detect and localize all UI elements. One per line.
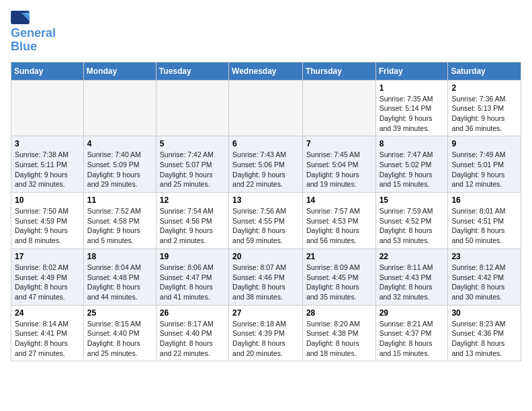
logo-text: General Blue	[11, 27, 56, 54]
calendar-cell: 27Sunrise: 8:18 AMSunset: 4:39 PMDayligh…	[229, 305, 303, 361]
day-number: 9	[451, 139, 517, 148]
day-number: 17	[15, 252, 80, 261]
calendar-cell: 22Sunrise: 8:11 AMSunset: 4:43 PMDayligh…	[375, 248, 448, 305]
calendar-cell: 11Sunrise: 7:52 AMSunset: 4:58 PMDayligh…	[83, 193, 156, 249]
day-number: 4	[87, 139, 152, 148]
day-info: Sunrise: 7:45 AMSunset: 5:04 PMDaylight:…	[306, 150, 372, 189]
day-info: Sunrise: 8:12 AMSunset: 4:42 PMDaylight:…	[451, 263, 517, 302]
calendar-cell: 17Sunrise: 8:02 AMSunset: 4:49 PMDayligh…	[11, 248, 84, 305]
day-number: 27	[232, 308, 299, 318]
day-info: Sunrise: 8:18 AMSunset: 4:39 PMDaylight:…	[232, 319, 299, 359]
calendar-cell: 14Sunrise: 7:57 AMSunset: 4:53 PMDayligh…	[302, 193, 375, 249]
day-info: Sunrise: 8:23 AMSunset: 4:36 PMDaylight:…	[451, 319, 517, 359]
day-number: 20	[232, 252, 299, 261]
calendar-cell: 18Sunrise: 8:04 AMSunset: 4:48 PMDayligh…	[83, 248, 156, 305]
day-number: 14	[306, 195, 372, 205]
calendar-cell: 15Sunrise: 7:59 AMSunset: 4:52 PMDayligh…	[375, 193, 448, 249]
calendar-cell: 13Sunrise: 7:56 AMSunset: 4:55 PMDayligh…	[229, 193, 303, 249]
day-info: Sunrise: 7:52 AMSunset: 4:58 PMDaylight:…	[87, 206, 152, 246]
calendar-cell: 6Sunrise: 7:43 AMSunset: 5:06 PMDaylight…	[229, 136, 303, 193]
day-info: Sunrise: 8:20 AMSunset: 4:38 PMDaylight:…	[306, 319, 372, 359]
day-number: 29	[380, 308, 445, 318]
calendar-cell: 1Sunrise: 7:35 AMSunset: 5:14 PMDaylight…	[375, 80, 448, 136]
day-number: 13	[232, 195, 299, 205]
day-info: Sunrise: 8:11 AMSunset: 4:43 PMDaylight:…	[380, 263, 445, 302]
col-saturday: Saturday	[448, 62, 521, 80]
calendar-cell: 24Sunrise: 8:14 AMSunset: 4:41 PMDayligh…	[11, 305, 84, 361]
day-info: Sunrise: 7:47 AMSunset: 5:02 PMDaylight:…	[380, 150, 445, 189]
calendar-cell: 16Sunrise: 8:01 AMSunset: 4:51 PMDayligh…	[448, 193, 521, 249]
calendar-cell: 9Sunrise: 7:49 AMSunset: 5:01 PMDaylight…	[448, 136, 521, 193]
calendar-cell	[229, 80, 303, 136]
day-number: 18	[87, 252, 152, 261]
calendar-cell: 30Sunrise: 8:23 AMSunset: 4:36 PMDayligh…	[448, 305, 521, 361]
day-info: Sunrise: 8:14 AMSunset: 4:41 PMDaylight:…	[15, 319, 80, 359]
day-number: 3	[15, 139, 80, 148]
day-info: Sunrise: 8:04 AMSunset: 4:48 PMDaylight:…	[87, 263, 152, 302]
day-info: Sunrise: 8:02 AMSunset: 4:49 PMDaylight:…	[15, 263, 80, 302]
col-sunday: Sunday	[11, 62, 84, 80]
calendar-cell: 23Sunrise: 8:12 AMSunset: 4:42 PMDayligh…	[448, 248, 521, 305]
col-monday: Monday	[83, 62, 156, 80]
day-number: 22	[380, 252, 445, 261]
day-info: Sunrise: 8:07 AMSunset: 4:46 PMDaylight:…	[232, 263, 299, 302]
day-number: 16	[451, 195, 517, 205]
calendar-cell: 4Sunrise: 7:40 AMSunset: 5:09 PMDaylight…	[83, 136, 156, 193]
day-info: Sunrise: 7:56 AMSunset: 4:55 PMDaylight:…	[232, 206, 299, 246]
day-info: Sunrise: 7:35 AMSunset: 5:14 PMDaylight:…	[380, 94, 445, 134]
day-number: 19	[160, 252, 225, 261]
day-number: 10	[15, 195, 80, 205]
calendar-cell: 28Sunrise: 8:20 AMSunset: 4:38 PMDayligh…	[302, 305, 375, 361]
day-number: 1	[380, 83, 445, 93]
calendar-cell: 8Sunrise: 7:47 AMSunset: 5:02 PMDaylight…	[375, 136, 448, 193]
day-info: Sunrise: 7:40 AMSunset: 5:09 PMDaylight:…	[87, 150, 152, 189]
day-number: 30	[451, 308, 517, 318]
day-info: Sunrise: 7:59 AMSunset: 4:52 PMDaylight:…	[380, 206, 445, 246]
day-info: Sunrise: 7:54 AMSunset: 4:56 PMDaylight:…	[160, 206, 225, 246]
col-wednesday: Wednesday	[229, 62, 303, 80]
day-number: 25	[87, 308, 152, 318]
calendar: Sunday Monday Tuesday Wednesday Thursday…	[11, 62, 521, 362]
calendar-cell	[302, 80, 375, 136]
logo: General Blue	[11, 11, 56, 54]
day-info: Sunrise: 8:01 AMSunset: 4:51 PMDaylight:…	[451, 206, 517, 246]
calendar-cell: 20Sunrise: 8:07 AMSunset: 4:46 PMDayligh…	[229, 248, 303, 305]
day-info: Sunrise: 7:50 AMSunset: 4:59 PMDaylight:…	[15, 206, 80, 246]
calendar-cell: 3Sunrise: 7:38 AMSunset: 5:11 PMDaylight…	[11, 136, 84, 193]
day-number: 8	[380, 139, 445, 148]
day-info: Sunrise: 7:57 AMSunset: 4:53 PMDaylight:…	[306, 206, 372, 246]
day-info: Sunrise: 7:49 AMSunset: 5:01 PMDaylight:…	[451, 150, 517, 189]
day-info: Sunrise: 8:17 AMSunset: 4:40 PMDaylight:…	[160, 319, 225, 359]
calendar-cell	[83, 80, 156, 136]
calendar-cell: 7Sunrise: 7:45 AMSunset: 5:04 PMDaylight…	[302, 136, 375, 193]
day-number: 28	[306, 308, 372, 318]
day-info: Sunrise: 7:38 AMSunset: 5:11 PMDaylight:…	[15, 150, 80, 189]
calendar-cell	[11, 80, 84, 136]
calendar-cell: 29Sunrise: 8:21 AMSunset: 4:37 PMDayligh…	[375, 305, 448, 361]
calendar-cell: 19Sunrise: 8:06 AMSunset: 4:47 PMDayligh…	[156, 248, 228, 305]
day-info: Sunrise: 8:15 AMSunset: 4:40 PMDaylight:…	[87, 319, 152, 359]
day-number: 12	[160, 195, 225, 205]
day-info: Sunrise: 7:36 AMSunset: 5:13 PMDaylight:…	[451, 94, 517, 134]
calendar-cell: 5Sunrise: 7:42 AMSunset: 5:07 PMDaylight…	[156, 136, 228, 193]
day-number: 21	[306, 252, 372, 261]
day-number: 23	[451, 252, 517, 261]
calendar-cell: 10Sunrise: 7:50 AMSunset: 4:59 PMDayligh…	[11, 193, 84, 249]
day-number: 11	[87, 195, 152, 205]
day-number: 6	[232, 139, 299, 148]
calendar-cell: 21Sunrise: 8:09 AMSunset: 4:45 PMDayligh…	[302, 248, 375, 305]
col-friday: Friday	[375, 62, 448, 80]
day-number: 24	[15, 308, 80, 318]
calendar-cell: 26Sunrise: 8:17 AMSunset: 4:40 PMDayligh…	[156, 305, 228, 361]
day-number: 15	[380, 195, 445, 205]
day-info: Sunrise: 7:42 AMSunset: 5:07 PMDaylight:…	[160, 150, 225, 189]
day-info: Sunrise: 8:06 AMSunset: 4:47 PMDaylight:…	[160, 263, 225, 302]
calendar-cell: 2Sunrise: 7:36 AMSunset: 5:13 PMDaylight…	[448, 80, 521, 136]
day-info: Sunrise: 8:09 AMSunset: 4:45 PMDaylight:…	[306, 263, 372, 302]
day-number: 2	[451, 83, 517, 93]
calendar-cell: 25Sunrise: 8:15 AMSunset: 4:40 PMDayligh…	[83, 305, 156, 361]
col-tuesday: Tuesday	[156, 62, 228, 80]
day-info: Sunrise: 7:43 AMSunset: 5:06 PMDaylight:…	[232, 150, 299, 189]
day-number: 5	[160, 139, 225, 148]
day-number: 26	[160, 308, 225, 318]
